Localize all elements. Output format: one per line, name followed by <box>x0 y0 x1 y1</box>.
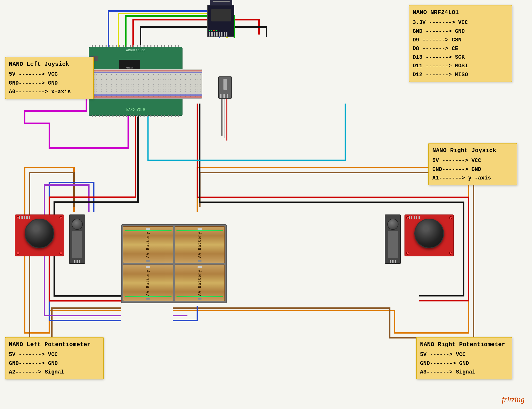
label-nano-nrf: NANO NRF24L01 3.3V -------> VCC GND ----… <box>409 5 512 82</box>
right-potentiometer <box>385 214 401 264</box>
left-potentiometer <box>69 214 85 264</box>
label-right-pot-line-2: A3-------> Signal <box>420 368 508 376</box>
label-right-pot-title: NANO Right Potentiometer <box>420 340 508 349</box>
label-nano-nrf-line-5: D11 -------> MOSI <box>413 62 508 70</box>
label-left-joy-line-1: GND-------> GND <box>9 79 90 88</box>
fritzing-logo: fritzing <box>502 395 525 404</box>
label-nano-nrf-line-4: D13 -------> SCK <box>413 53 508 62</box>
right-joystick <box>404 214 454 256</box>
label-nano-nrf-line-6: D12 -------> MISO <box>413 71 508 79</box>
label-nano-nrf-line-3: D8 -------> CE <box>413 44 508 53</box>
label-left-pot-line-0: 5V -------> VCC <box>9 350 100 359</box>
label-nano-nrf-title: NANO NRF24L01 <box>413 8 508 17</box>
label-right-joy-line-2: A1-------> y -axis <box>432 174 513 182</box>
label-left-pot-line-2: A2-------> Signal <box>9 368 100 376</box>
label-right-pot-line-0: 5V ------> VCC <box>420 350 508 359</box>
label-left-pot-line-1: GND-------> GND <box>9 359 100 368</box>
left-joystick <box>15 214 64 256</box>
toggle-switch[interactable] <box>218 76 232 99</box>
label-right-joy-title: NANO Right Joysick <box>432 146 513 155</box>
label-left-joy-title: NANO Left Joysick <box>9 60 90 69</box>
label-left-joy-line-0: 5V -------> VCC <box>9 70 90 79</box>
nrf-module <box>207 5 234 37</box>
label-nano-right-pot: NANO Right Potentiometer 5V ------> VCC … <box>416 337 512 379</box>
label-nano-nrf-line-1: GND -------> GND <box>413 27 508 36</box>
label-right-joy-line-0: 5V -------> VCC <box>432 156 513 165</box>
label-left-joy-line-2: A0---------> x-axis <box>9 88 90 96</box>
battery-pack: AA Battery AA Battery AA Battery AA Batt… <box>121 224 227 303</box>
label-right-pot-line-1: GND-------> GND <box>420 359 508 368</box>
label-left-pot-title: NANO Left Potentiometer <box>9 340 100 349</box>
label-nano-right-joy: NANO Right Joysick 5V -------> VCC GND--… <box>428 143 517 185</box>
label-right-joy-line-1: GND-------> GND <box>432 165 513 174</box>
label-nano-left-joy: NANO Left Joysick 5V -------> VCC GND---… <box>5 57 94 99</box>
label-nano-nrf-line-0: 3.3V -------> VCC <box>413 18 508 27</box>
label-nano-left-pot: NANO Left Potentiometer 5V -------> VCC … <box>5 337 104 379</box>
label-nano-nrf-line-2: D9 -------> CSN <box>413 36 508 44</box>
